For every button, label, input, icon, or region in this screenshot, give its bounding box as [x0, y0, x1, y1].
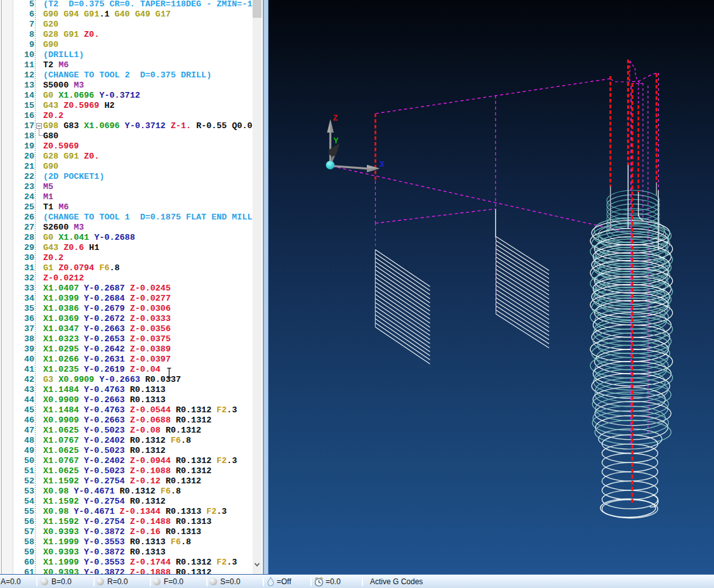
svg-text:Z: Z — [333, 114, 338, 123]
svg-text:Y: Y — [334, 136, 339, 146]
svg-text:X: X — [380, 160, 385, 169]
